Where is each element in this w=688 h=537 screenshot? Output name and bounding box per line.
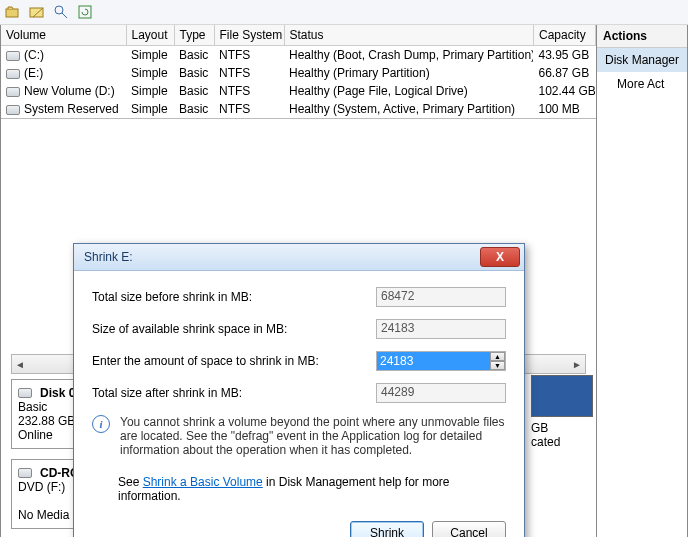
spinner-up-icon[interactable]: ▲: [490, 352, 505, 361]
svg-line-3: [62, 13, 67, 18]
svg-rect-4: [79, 6, 91, 18]
volume-list: Volume Layout Type File System Status Ca…: [1, 25, 596, 119]
lbl-enter-amount: Enter the amount of space to shrink in M…: [92, 354, 376, 368]
disk-icon: [18, 388, 32, 398]
open-icon[interactable]: [4, 3, 22, 21]
lbl-total-before: Total size before shrink in MB:: [92, 290, 376, 304]
actions-header: Actions: [597, 25, 687, 48]
spinner[interactable]: ▲ ▼: [490, 352, 505, 370]
table-row[interactable]: (C:) Simple Basic NTFS Healthy (Boot, Cr…: [1, 46, 595, 65]
vol-name: (C:): [24, 48, 44, 62]
action-disk-management[interactable]: Disk Manager: [597, 48, 687, 72]
shrink-button[interactable]: Shrink: [350, 521, 424, 537]
close-button[interactable]: X: [480, 247, 520, 267]
val-total-after: 44289: [376, 383, 506, 403]
refresh-icon[interactable]: [76, 3, 94, 21]
col-layout[interactable]: Layout: [126, 25, 174, 46]
col-capacity[interactable]: Capacity: [533, 25, 595, 46]
val-total-before: 68472: [376, 287, 506, 307]
vol-name: New Volume (D:): [24, 84, 115, 98]
shrink-amount-input[interactable]: 24183 ▲ ▼: [376, 351, 506, 371]
drive-icon: [6, 51, 20, 61]
action-more[interactable]: More Act: [597, 72, 687, 96]
col-fs[interactable]: File System: [214, 25, 284, 46]
shrink-dialog: Shrink E: X Total size before shrink in …: [73, 243, 525, 537]
svg-rect-0: [6, 9, 18, 17]
vol-name: System Reserved: [24, 102, 119, 116]
lbl-available: Size of available shrink space in MB:: [92, 322, 376, 336]
info-icon: i: [92, 415, 110, 433]
dialog-titlebar[interactable]: Shrink E: X: [74, 244, 524, 271]
dialog-title: Shrink E:: [84, 250, 480, 264]
disk-title: Disk 0: [40, 386, 75, 400]
disk-map: ◄ ► Disk 0 Basic 232.88 GB Online CD-ROM…: [1, 119, 596, 537]
toolbar: [0, 0, 688, 25]
table-row[interactable]: New Volume (D:) Simple Basic NTFS Health…: [1, 82, 595, 100]
drive-icon: [6, 69, 20, 79]
help-link[interactable]: Shrink a Basic Volume: [143, 475, 263, 489]
actions-pane: Actions Disk Manager More Act: [597, 25, 688, 537]
col-type[interactable]: Type: [174, 25, 214, 46]
save-icon[interactable]: [28, 3, 46, 21]
svg-point-2: [55, 6, 63, 14]
table-row[interactable]: System Reserved Simple Basic NTFS Health…: [1, 100, 595, 118]
val-available: 24183: [376, 319, 506, 339]
vol-name: (E:): [24, 66, 43, 80]
drive-icon: [6, 87, 20, 97]
col-status[interactable]: Status: [284, 25, 533, 46]
col-volume[interactable]: Volume: [1, 25, 126, 46]
table-row[interactable]: (E:) Simple Basic NTFS Healthy (Primary …: [1, 64, 595, 82]
cdrom-icon: [18, 468, 32, 478]
scroll-right-icon[interactable]: ►: [569, 359, 585, 370]
search-icon[interactable]: [52, 3, 70, 21]
lbl-total-after: Total size after shrink in MB:: [92, 386, 376, 400]
dialog-note: You cannot shrink a volume beyond the po…: [120, 415, 506, 457]
spinner-down-icon[interactable]: ▼: [490, 361, 505, 370]
partial-partition: GB cated: [531, 375, 593, 449]
drive-icon: [6, 105, 20, 115]
cancel-button[interactable]: Cancel: [432, 521, 506, 537]
scroll-left-icon[interactable]: ◄: [12, 359, 28, 370]
dialog-see-also: See Shrink a Basic Volume in Disk Manage…: [118, 475, 506, 503]
